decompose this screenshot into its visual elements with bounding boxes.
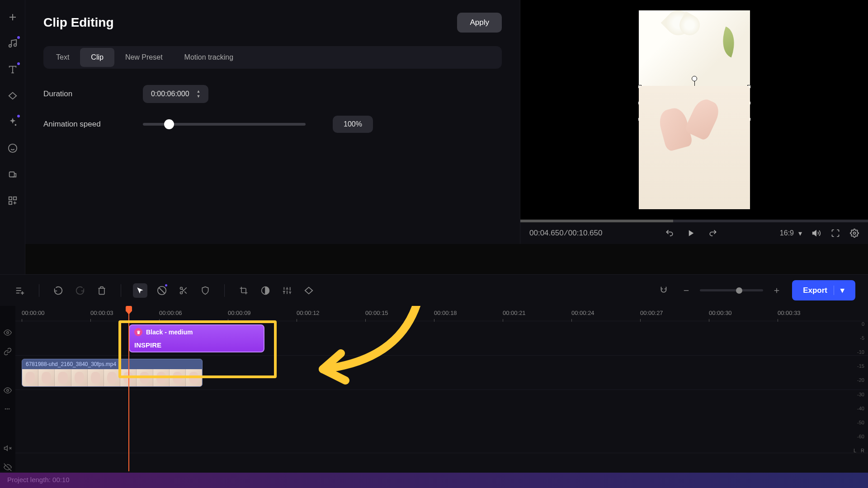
video-frame: INSPIRE [639,10,750,209]
speed-slider-thumb[interactable] [164,119,174,129]
tab-motion-tracking[interactable]: Motion tracking [174,48,245,67]
flower-image [666,6,702,42]
ruler-tick: 00:00:24 [571,310,594,316]
audio-track[interactable] [15,390,868,453]
music-icon[interactable] [6,37,19,50]
restrict-tool-icon[interactable] [155,283,169,298]
undo-icon[interactable] [51,283,66,298]
grid-icon[interactable] [6,194,19,207]
adjust-tool-icon[interactable] [280,283,294,298]
duration-value: 0:00:06:000 [151,90,189,98]
transition-tool-icon[interactable] [302,283,316,298]
svg-rect-11 [9,197,11,200]
crop-tool-icon[interactable] [236,283,251,298]
duration-down-icon[interactable]: ▼ [197,94,201,99]
timeline-ruler[interactable]: 00:00:0000:00:0300:00:0600:00:0900:00:12… [15,306,868,321]
svg-marker-15 [813,230,816,236]
svg-point-16 [854,232,856,235]
effects-track-icon[interactable] [4,405,12,413]
ruler-tick: 00:00:03 [90,310,113,316]
ruler-tick: 00:00:33 [778,310,801,316]
svg-line-28 [182,289,184,290]
settings-icon[interactable] [850,229,859,238]
ruler-tick: 00:00:30 [709,310,732,316]
speed-slider[interactable] [143,123,306,126]
zoom-in-icon[interactable] [769,283,784,298]
cursor-tool-icon[interactable] [133,283,147,298]
add-track-icon[interactable] [13,283,27,298]
hands-image [657,95,725,149]
svg-point-25 [180,291,183,294]
svg-marker-47 [5,446,8,451]
zoom-out-icon[interactable] [679,283,693,298]
speed-value: 100% [333,116,373,133]
time-display: 00:04.650/00:10.650 [529,229,602,238]
preview-canvas[interactable]: INSPIRE [520,0,868,220]
scrub-bar[interactable] [520,220,868,222]
tracks-area[interactable]: 00:00:0000:00:0300:00:0600:00:0900:00:12… [15,306,868,471]
svg-point-6 [14,124,16,126]
ruler-tick: 00:00:18 [434,310,457,316]
ruler-tick: 00:00:00 [22,310,45,316]
text-clip[interactable]: ♛ Black - medium INSPIRE [129,324,264,352]
svg-point-7 [8,144,16,152]
play-icon[interactable] [687,229,696,238]
hide-icon[interactable] [4,463,12,471]
cut-tool-icon[interactable] [176,283,191,298]
timeline: Export▾ 00:00:0000:00:0300:00:0600:00:09… [0,274,868,488]
add-icon[interactable] [6,11,19,23]
apply-button[interactable]: Apply [457,13,502,33]
visibility-icon[interactable] [4,386,12,394]
magnet-icon[interactable] [656,283,671,298]
aspect-icon[interactable] [6,168,19,181]
video-clip[interactable]: 6781988-uhd_2160_3840_30fps.mp4 [22,359,203,387]
emoji-icon[interactable] [6,142,19,155]
video-thumbnails [22,369,202,386]
fullscreen-icon[interactable] [831,229,840,238]
svg-marker-14 [689,230,693,236]
zoom-slider-thumb[interactable] [736,287,742,294]
zoom-slider[interactable] [700,289,763,291]
chevron-down-icon: ▾ [798,229,802,238]
ruler-tick: 00:00:21 [503,310,526,316]
panel-title: Clip Editing [43,15,114,30]
link-icon[interactable] [4,347,12,356]
rotate-handle[interactable] [692,76,697,81]
video-clip-filename: 6781988-uhd_2160_3840_30fps.mp4 [26,361,116,367]
video-track[interactable]: 6781988-uhd_2160_3840_30fps.mp4 [15,356,868,390]
shield-tool-icon[interactable] [198,283,212,298]
duration-up-icon[interactable]: ▲ [197,89,201,94]
effects-icon[interactable] [6,116,19,128]
preview-panel: INSPIRE 00 [520,0,868,244]
redo-icon[interactable] [73,283,87,298]
aspect-ratio-select[interactable]: 16:9▾ [780,229,802,238]
delete-icon[interactable] [94,283,109,298]
text-track[interactable]: ♛ Black - medium INSPIRE [15,321,868,356]
svg-line-23 [159,287,165,293]
svg-rect-12 [13,197,16,200]
svg-point-24 [180,287,183,289]
visibility-icon[interactable] [4,328,12,337]
audio-mute-icon[interactable] [4,444,12,452]
contrast-tool-icon[interactable] [258,283,273,298]
transition-icon[interactable] [6,89,19,102]
volume-icon[interactable] [812,229,821,238]
sidebar [0,0,25,274]
next-frame-icon[interactable] [708,229,717,238]
crown-icon: ♛ [134,328,142,336]
ruler-tick: 00:00:06 [159,310,182,316]
playhead[interactable] [128,306,129,471]
export-button[interactable]: Export▾ [792,280,855,300]
svg-point-44 [5,408,6,410]
clip-text-label: INSPIRE [134,341,259,349]
ruler-tick: 00:00:12 [297,310,320,316]
prev-frame-icon[interactable] [665,229,674,238]
tab-new-preset[interactable]: New Preset [114,48,174,67]
text-icon[interactable] [6,63,19,76]
svg-line-27 [184,291,187,294]
export-chevron-icon[interactable]: ▾ [834,286,844,295]
svg-point-43 [7,389,9,392]
duration-input[interactable]: 0:00:06:000 ▲ ▼ [143,85,208,103]
tab-text[interactable]: Text [45,48,80,67]
tab-clip[interactable]: Clip [80,48,114,67]
